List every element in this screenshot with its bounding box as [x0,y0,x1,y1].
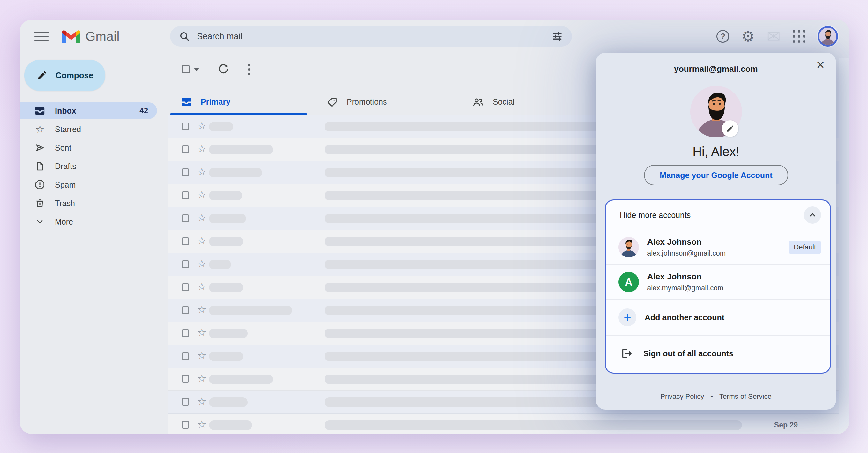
email-row[interactable]: ☆ Sep 29 [168,414,839,434]
sidebar-item-more[interactable]: More [20,214,157,230]
sender-placeholder [209,329,248,338]
row-checkbox[interactable] [182,329,189,337]
tab-social[interactable]: Social [472,89,515,115]
sidebar-item-spam[interactable]: Spam [20,176,157,193]
row-checkbox[interactable] [182,306,189,314]
account-panel: yourmail@gmail.com × Hi, Alex! Manage yo… [596,53,836,410]
privacy-policy-link[interactable]: Privacy Policy [660,392,704,401]
sender-placeholder [209,168,262,177]
star-icon[interactable]: ☆ [197,281,207,292]
sidebar-item-drafts[interactable]: Drafts [20,158,157,174]
sender-placeholder [209,305,292,315]
select-all-checkbox[interactable] [182,65,190,73]
star-icon[interactable]: ☆ [197,235,207,246]
star-icon[interactable]: ☆ [197,143,207,154]
gmail-window: Gmail Search mail ? ⚙ ✉ [20,20,849,434]
manage-account-button[interactable]: Manage your Google Account [644,165,788,185]
greeting-text: Hi, Alex! [596,144,836,159]
search-input[interactable]: Search mail [197,32,552,41]
terms-of-service-link[interactable]: Terms of Service [719,392,772,401]
tab-promotions[interactable]: Promotions [327,89,387,115]
account-avatar [618,237,639,257]
sidebar-item-label: Sent [55,143,71,153]
star-icon[interactable]: ☆ [197,419,207,429]
account-name: Alex Johnson [647,272,723,282]
row-checkbox[interactable] [182,123,189,130]
sender-placeholder [209,237,243,246]
plus-icon: + [618,309,636,326]
main-menu-icon[interactable] [34,32,49,41]
search-bar[interactable]: Search mail [170,26,572,46]
star-icon[interactable]: ☆ [197,396,207,407]
footer-separator: • [710,392,713,401]
star-icon[interactable]: ☆ [197,166,207,177]
star-icon[interactable]: ☆ [197,190,207,200]
help-icon[interactable]: ? [716,30,729,43]
sender-placeholder [209,420,252,430]
refresh-icon[interactable] [217,63,229,75]
row-checkbox[interactable] [182,191,189,199]
select-dropdown-caret-icon[interactable] [194,68,199,71]
list-toolbar [168,58,252,80]
profile-avatar[interactable]: .shirt{fill:#8a6f85} [817,26,838,46]
sender-placeholder [209,375,273,384]
google-apps-icon[interactable] [793,30,805,43]
star-icon[interactable]: ☆ [197,213,207,223]
settings-gear-icon[interactable]: ⚙ [741,29,754,44]
account-email: alex.mymail@gmail.com [647,284,723,292]
row-checkbox[interactable] [182,168,189,176]
row-checkbox[interactable] [182,260,189,268]
star-icon: ☆ [34,124,45,135]
tag-icon [327,97,338,107]
row-checkbox[interactable] [182,352,189,360]
more-options-icon[interactable] [246,62,252,77]
star-icon[interactable]: ☆ [197,373,207,384]
sidebar-item-starred[interactable]: ☆ Starred [20,121,157,137]
star-icon[interactable]: ☆ [197,304,207,315]
inbox-count: 42 [140,106,148,115]
tab-primary[interactable]: Primary [170,89,307,115]
subject-placeholder [324,420,742,430]
account-row-default[interactable]: Alex Johnson alex.johnson@gmail.com Defa… [606,230,830,264]
sender-placeholder [209,260,231,269]
sidebar-item-inbox[interactable]: Inbox 42 [20,102,157,119]
compose-button[interactable]: Compose [24,60,105,91]
screen: Gmail Search mail ? ⚙ ✉ [0,0,868,453]
scrollbar-track[interactable] [839,58,849,434]
add-account-button[interactable]: + Add another account [606,299,830,335]
tab-label: Social [493,97,515,106]
edit-avatar-icon[interactable] [722,120,738,137]
people-icon [472,96,484,108]
sign-out-label: Sign out of all accounts [643,349,733,358]
star-icon[interactable]: ☆ [197,327,207,337]
row-checkbox[interactable] [182,237,189,245]
sidebar-item-label: Starred [55,125,81,134]
star-icon[interactable]: ☆ [197,258,207,269]
sender-placeholder [209,122,233,131]
tab-label: Promotions [347,97,387,106]
search-filter-icon[interactable] [552,31,563,42]
row-checkbox[interactable] [182,398,189,406]
sidebar-item-label: Drafts [55,162,76,171]
row-checkbox[interactable] [182,215,189,222]
row-checkbox[interactable] [182,421,189,429]
hide-accounts-toggle[interactable]: Hide more accounts [606,200,830,230]
app-title: Gmail [86,29,120,44]
sender-placeholder [209,283,243,292]
row-checkbox[interactable] [182,145,189,153]
star-icon[interactable]: ☆ [197,121,207,131]
chevron-up-icon[interactable] [804,206,821,224]
row-checkbox[interactable] [182,283,189,291]
sidebar-item-sent[interactable]: Sent [20,139,157,156]
chevron-down-icon [34,216,45,227]
account-avatar-letter: A [618,272,639,292]
star-icon[interactable]: ☆ [197,350,207,360]
account-row-secondary[interactable]: A Alex Johnson alex.mymail@gmail.com [606,265,830,299]
sender-placeholder [209,397,248,407]
primary-inbox-icon [181,97,192,107]
close-icon[interactable]: × [816,58,825,72]
sidebar-item-trash[interactable]: Trash [20,195,157,212]
row-checkbox[interactable] [182,375,189,383]
hide-accounts-label: Hide more accounts [620,211,690,220]
sign-out-button[interactable]: Sign out of all accounts [606,335,830,373]
